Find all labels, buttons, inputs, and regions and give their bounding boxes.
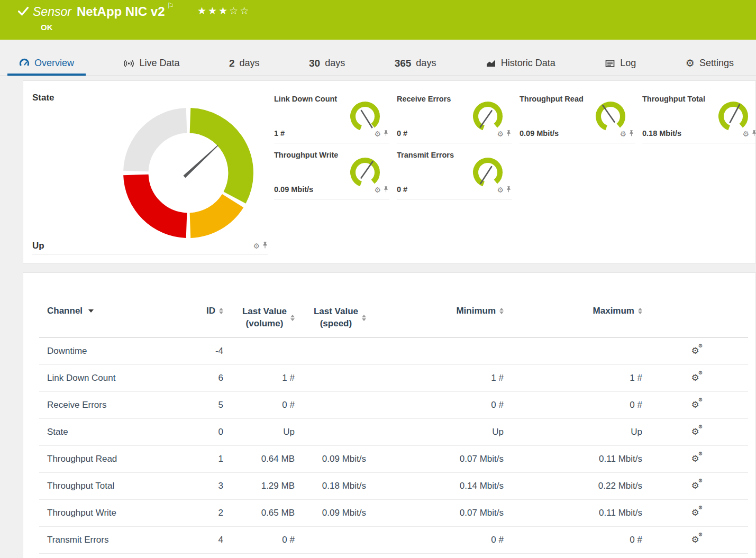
mini-gauge-dial (348, 155, 382, 189)
header-minimum[interactable]: Minimum (366, 306, 504, 337)
sort-arrows-icon (638, 308, 642, 314)
gauge-pin-icon[interactable] (629, 129, 634, 139)
sort-arrows-icon (290, 315, 295, 321)
gauge-link-down-count: Link Down Count 1 # ⚙ (274, 90, 389, 143)
state-gear-icon[interactable]: ⚙ (253, 242, 260, 250)
sort-arrows-icon (362, 315, 366, 321)
gauge-pin-icon[interactable] (506, 185, 511, 195)
overview-gauge-icon (19, 58, 30, 69)
channel-settings-icon[interactable]: ⚙⚙ (691, 453, 699, 464)
table-row: Throughput Total 3 1.29 MB 0.18 Mbit/s 0… (39, 472, 748, 499)
cell-minimum: Up (366, 418, 504, 445)
gauge-gear-icon[interactable]: ⚙ (620, 130, 626, 138)
gauge-pin-icon[interactable] (506, 129, 511, 139)
channel-settings-icon[interactable]: ⚙⚙ (691, 480, 699, 491)
gauge-gear-icon[interactable]: ⚙ (374, 186, 381, 194)
gauge-pin-icon[interactable] (384, 185, 388, 195)
cell-last-volume: 0.65 MB (223, 499, 295, 526)
cell-maximum: 1 # (504, 364, 642, 391)
live-data-icon (123, 58, 134, 69)
cell-maximum: 0 # (504, 526, 642, 553)
cell-channel: Transmit Errors (39, 526, 198, 553)
cell-minimum: 1 # (366, 364, 504, 391)
sensor-title: NetApp NIC v2 (77, 4, 165, 20)
gauge-gear-icon[interactable]: ⚙ (374, 130, 381, 138)
header-maximum[interactable]: Maximum (504, 306, 642, 337)
gauge-pin-icon[interactable] (752, 129, 756, 139)
tab-30-days[interactable]: 30 days (297, 53, 357, 76)
cell-channel: Receive Errors (39, 391, 198, 418)
status-ok-check-icon (18, 6, 29, 18)
tab-2-days-number: 2 (229, 58, 235, 69)
cell-minimum: 0 # (366, 391, 504, 418)
tab-live-data[interactable]: Live Data (112, 53, 191, 76)
mini-gauge-needle (603, 105, 615, 123)
channel-settings-icon[interactable]: ⚙⚙ (691, 426, 699, 437)
channel-settings-icon[interactable]: ⚙⚙ (691, 507, 699, 518)
mini-gauge-needle (480, 111, 492, 128)
state-pin-icon[interactable] (262, 241, 268, 251)
tab-log[interactable]: Log (593, 53, 648, 76)
tab-365-days[interactable]: 365 days (383, 53, 448, 76)
cell-id: 5 (198, 391, 223, 418)
cell-id: 2 (198, 499, 223, 526)
header-last-value-volume[interactable]: Last Value(volume) (223, 306, 295, 337)
cell-channel: Link Down Count (39, 364, 198, 391)
flag-icon[interactable]: ⚐ (167, 1, 174, 11)
cell-minimum: 0.14 Mbit/s (366, 472, 504, 499)
priority-stars[interactable]: ★★★☆☆ (197, 5, 250, 17)
cell-maximum: 0.11 Mbit/s (504, 499, 642, 526)
gauge-gear-icon[interactable]: ⚙ (742, 130, 749, 138)
gauge-gear-icon[interactable]: ⚙ (497, 130, 504, 138)
gauge-pin-icon[interactable] (384, 129, 388, 139)
header-id[interactable]: ID (198, 306, 223, 337)
mini-gauge-dial (594, 99, 627, 133)
tab-historic-data[interactable]: Historic Data (474, 53, 567, 76)
mini-gauge-needle (361, 161, 373, 179)
header-minimum-label: Minimum (456, 306, 496, 316)
gauge-gear-icon[interactable]: ⚙ (497, 186, 504, 194)
table-row: Transmit Errors 4 0 # 0 # 0 # ⚙⚙ (39, 526, 748, 553)
header-last-volume-line1: Last Value (242, 306, 287, 316)
historic-data-chart-icon (486, 58, 496, 69)
channel-settings-icon[interactable]: ⚙⚙ (691, 534, 699, 545)
channel-settings-icon[interactable]: ⚙⚙ (691, 345, 699, 356)
header-last-speed-line1: Last Value (314, 306, 358, 316)
cell-channel: Throughput Write (39, 499, 198, 526)
cell-last-speed (295, 391, 366, 418)
cell-last-volume (223, 337, 295, 364)
state-donut-gauge (123, 107, 254, 239)
channel-settings-icon[interactable]: ⚙⚙ (691, 372, 699, 383)
tab-live-data-label: Live Data (139, 58, 179, 69)
cell-minimum: 0 # (366, 526, 504, 553)
gauge-throughput-read: Throughput Read 0.09 Mbit/s ⚙ (520, 90, 635, 143)
tab-overview[interactable]: Overview (7, 53, 86, 76)
mini-gauges-grid: Link Down Count 1 # ⚙ Receive Errors 0 #… (274, 90, 756, 199)
cell-maximum: Up (504, 418, 642, 445)
cell-id: -4 (198, 337, 223, 364)
table-row: Downtime -4 ⚙⚙ (39, 337, 748, 364)
cell-minimum: 0.07 Mbit/s (366, 499, 504, 526)
header-channel[interactable]: Channel (39, 306, 198, 337)
gauge-value: 0 # (397, 185, 407, 194)
tab-2-days[interactable]: 2 days (217, 53, 271, 76)
cell-last-volume: 0 # (223, 391, 295, 418)
cell-channel: State (39, 418, 198, 445)
tab-2-days-unit: days (240, 58, 260, 69)
tab-30-days-unit: days (325, 58, 345, 69)
mini-gauge-dial (716, 99, 750, 133)
header-last-value-speed[interactable]: Last Value(speed) (295, 306, 366, 337)
table-row: State 0 Up Up Up ⚙⚙ (39, 418, 748, 445)
sensor-type-label: Sensor (33, 4, 71, 20)
cell-id: 6 (198, 364, 223, 391)
gauge-value: 0.09 Mbit/s (520, 129, 559, 138)
tab-settings[interactable]: ⚙ Settings (674, 53, 745, 76)
tab-historic-data-label: Historic Data (501, 58, 555, 69)
cell-channel: Downtime (39, 337, 198, 364)
cell-maximum: 0 # (504, 391, 642, 418)
sort-caret-down-icon (88, 309, 94, 313)
settings-gear-icon: ⚙ (686, 58, 695, 68)
gauge-receive-errors: Receive Errors 0 # ⚙ (397, 90, 512, 143)
channel-settings-icon[interactable]: ⚙⚙ (691, 399, 699, 410)
cell-last-volume: 1.29 MB (223, 472, 295, 499)
